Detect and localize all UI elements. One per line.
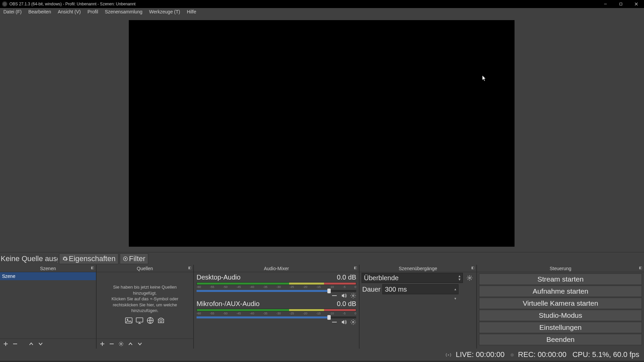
volume-slider[interactable] — [197, 290, 356, 292]
properties-label: Eigenschaften — [69, 254, 115, 263]
status-live: LIVE: 00:00:00 — [445, 350, 505, 359]
remove-source-button[interactable] — [109, 341, 115, 347]
add-source-button[interactable] — [99, 341, 105, 347]
close-button[interactable] — [629, 0, 644, 8]
controls-dock: Steuerung ◧ Stream starten Aufnahme star… — [477, 265, 644, 349]
svg-point-7 — [127, 319, 128, 320]
status-rec: REC: 00:00:00 — [511, 350, 566, 359]
scenes-header: Szenen ◧ — [0, 265, 96, 272]
svg-rect-12 — [332, 295, 337, 296]
gear-icon — [62, 256, 68, 262]
scene-down-button[interactable] — [38, 341, 44, 347]
svg-point-17 — [448, 354, 449, 356]
scene-up-button[interactable] — [28, 341, 34, 347]
sources-placeholder-line1: Sie haben bis jetzt keine Quellen hinzug… — [106, 284, 184, 296]
menu-bar: Datei (F) Bearbeiten Ansicht (V) Profil … — [0, 8, 644, 15]
mixer-more-icon[interactable] — [331, 319, 337, 325]
speaker-icon[interactable] — [341, 319, 347, 325]
chevron-down-icon[interactable]: ▼ — [452, 294, 458, 303]
display-icon — [135, 316, 144, 324]
controls-title: Steuerung — [550, 266, 572, 271]
transitions-title: Szenenübergänge — [399, 266, 437, 271]
svg-point-10 — [160, 319, 162, 322]
source-settings-button[interactable] — [118, 341, 124, 347]
menu-file[interactable]: Datei (F) — [0, 8, 25, 15]
source-down-button[interactable] — [137, 341, 143, 347]
chevron-updown-icon: ▲▼ — [458, 275, 461, 281]
gear-icon[interactable] — [350, 319, 356, 325]
controls-header: Steuerung ◧ — [477, 265, 644, 272]
title-bar: OBS 27.1.3 (64-bit, windows) - Profil: U… — [0, 0, 644, 8]
sources-placeholder-line2: Klicken Sie auf das +-Symbol oder rechts… — [106, 296, 184, 314]
status-live-text: LIVE: 00:00:00 — [456, 350, 505, 359]
mixer-title: Audio-Mixer — [264, 266, 289, 271]
duration-value: 300 ms — [385, 286, 407, 293]
menu-edit[interactable]: Bearbeiten — [25, 8, 54, 15]
audio-meter — [197, 282, 356, 285]
chevron-up-icon[interactable]: ▲ — [452, 285, 458, 294]
source-up-button[interactable] — [127, 341, 133, 347]
scene-item[interactable]: Szene — [0, 272, 96, 280]
menu-view[interactable]: Ansicht (V) — [54, 8, 84, 15]
slider-knob[interactable] — [327, 289, 331, 293]
record-dot-icon — [511, 353, 514, 357]
filter-button[interactable]: Filter — [120, 253, 148, 264]
scenes-toolbar — [0, 339, 96, 349]
dock-popout-icon[interactable]: ◧ — [353, 266, 358, 270]
menu-profile[interactable]: Profil — [84, 8, 102, 15]
window-title: OBS 27.1.3 (64-bit, windows) - Profil: U… — [9, 2, 136, 6]
mixer-track: Mikrofon-/AUX-Audio0.0 dB-60-55-50-45-40… — [194, 299, 359, 325]
no-source-label: Keine Quelle ausgewählt — [1, 254, 58, 263]
settings-button[interactable]: Einstellungen — [479, 322, 642, 333]
menu-scene-collection[interactable]: Szenensammlung — [102, 8, 146, 15]
svg-rect-1 — [620, 3, 622, 5]
add-scene-button[interactable] — [3, 341, 9, 347]
filter-label: Filter — [129, 254, 145, 263]
menu-tools[interactable]: Werkzeuge (T) — [146, 8, 183, 15]
volume-slider[interactable] — [197, 316, 356, 318]
start-record-button[interactable]: Aufnahme starten — [479, 286, 642, 297]
status-cpu: CPU: 5.1%, 60.0 fps — [573, 350, 639, 359]
studio-mode-button[interactable]: Studio-Modus — [479, 310, 642, 321]
start-vcam-button[interactable]: Virtuelle Kamera starten — [479, 298, 642, 309]
duration-spinner[interactable]: 300 ms ▲▼ — [382, 284, 459, 294]
sources-toolbar — [97, 339, 193, 349]
dock-popout-icon[interactable]: ◧ — [638, 266, 643, 270]
maximize-button[interactable] — [613, 0, 629, 8]
dock-popout-icon[interactable]: ◧ — [187, 266, 192, 270]
mixer-track-name: Mikrofon-/AUX-Audio — [197, 300, 260, 308]
sources-dock: Quellen ◧ Sie haben bis jetzt keine Quel… — [97, 265, 194, 349]
status-rec-text: REC: 00:00:00 — [518, 350, 566, 359]
scenes-dock: Szenen ◧ Szene — [0, 265, 97, 349]
camera-icon — [156, 316, 166, 324]
minimize-button[interactable] — [598, 0, 613, 8]
svg-rect-8 — [136, 318, 143, 322]
transitions-header: Szenenübergänge ◧ — [360, 265, 476, 272]
mixer-more-icon[interactable] — [331, 293, 337, 299]
svg-point-11 — [120, 343, 122, 344]
preview-canvas[interactable] — [129, 20, 515, 247]
exit-button[interactable]: Beenden — [479, 334, 642, 345]
meter-ticks: -60-55-50-45-40-35-30-25-20-15-10-50 — [197, 312, 356, 316]
slider-knob[interactable] — [327, 315, 331, 320]
svg-point-16 — [469, 277, 471, 279]
dock-popout-icon[interactable]: ◧ — [90, 266, 95, 270]
mixer-track: Desktop-Audio0.0 dB-60-55-50-45-40-35-30… — [194, 272, 359, 299]
globe-icon — [146, 316, 155, 324]
remove-scene-button[interactable] — [12, 341, 18, 347]
mixer-track-level: 0.0 dB — [337, 300, 356, 308]
sources-title: Quellen — [137, 266, 153, 271]
start-stream-button[interactable]: Stream starten — [479, 274, 642, 285]
svg-point-5 — [125, 258, 126, 259]
svg-point-15 — [353, 321, 354, 323]
gear-icon[interactable] — [350, 293, 356, 299]
image-icon — [124, 316, 133, 324]
transition-settings-button[interactable] — [465, 273, 474, 283]
properties-button[interactable]: Eigenschaften — [59, 253, 118, 264]
mixer-track-level: 0.0 dB — [337, 274, 356, 281]
svg-point-13 — [353, 295, 354, 296]
menu-help[interactable]: Hilfe — [183, 8, 200, 15]
speaker-icon[interactable] — [341, 293, 347, 299]
transition-select[interactable]: Überblende ▲▼ — [362, 273, 463, 283]
dock-popout-icon[interactable]: ◧ — [470, 266, 475, 270]
